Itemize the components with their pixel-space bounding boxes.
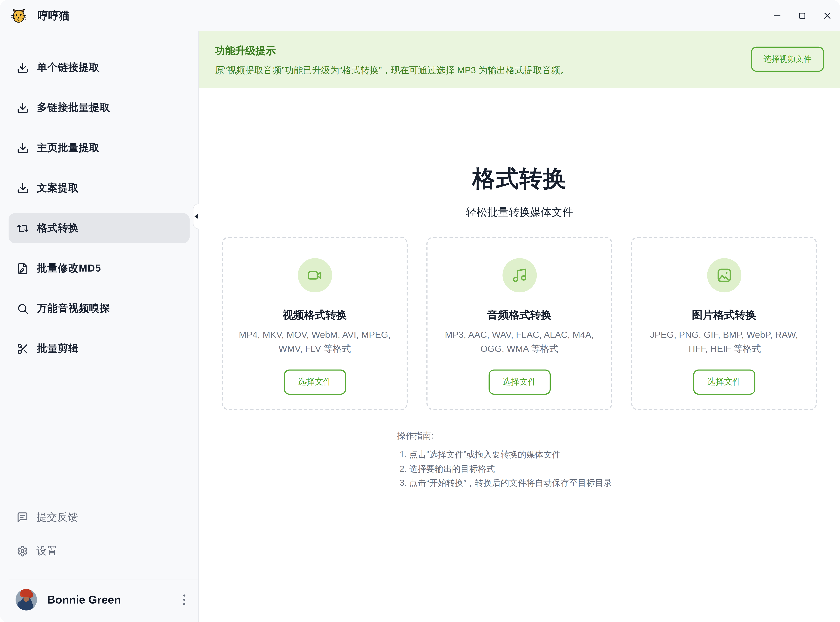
guide-title: 操作指南: [397,430,840,442]
sidebar-item-label: 提交反馈 [37,510,78,524]
download-icon [17,142,29,154]
sidebar-item-copy-extract[interactable]: 文案提取 [9,173,189,203]
minimize-button[interactable] [772,11,782,20]
body-row: 单个链接提取 多链接批量提取 主页批量提取 文案提取 格式转换 [0,31,840,622]
icon-circle [707,258,741,292]
sidebar-item-label: 文案提取 [37,181,79,195]
maximize-icon [797,11,806,20]
content: 格式转换 轻松批量转换媒体文件 视频格式转换 MP4, MKV, MOV, We… [199,88,840,622]
chevron-left-icon [194,213,198,219]
sidebar-item-format-convert[interactable]: 格式转换 [9,213,189,243]
image-convert-card[interactable]: 图片格式转换 JPEG, PNG, GIF, BMP, WebP, RAW, T… [631,237,817,410]
scissors-icon [17,343,29,355]
guide-step: 3. 点击“开始转换”，转换后的文件将自动保存至目标目录 [397,476,840,490]
card-formats: MP4, MKV, MOV, WebM, AVI, MPEG, WMV, FLV… [223,328,406,356]
icon-circle [502,258,536,292]
user-name: Bonnie Green [47,593,121,606]
repeat-icon [17,222,29,234]
minimize-icon [772,11,781,20]
page-subtitle: 轻松批量转换媒体文件 [199,205,840,220]
avatar [15,589,37,610]
banner-message: 原“视频提取音频”功能已升级为“格式转换”，现在可通过选择 MP3 为输出格式提… [215,64,733,76]
upgrade-banner: 功能升级提示 原“视频提取音频”功能已升级为“格式转换”，现在可通过选择 MP3… [199,31,840,88]
feedback-bubble-icon [17,511,28,523]
window: 哼哼猫 单个链接提取 [0,0,840,622]
sidebar-spacer [0,374,198,503]
video-icon [307,267,323,284]
sidebar-item-batch-modify-md5[interactable]: 批量修改MD5 [9,253,189,283]
close-button[interactable] [822,11,832,20]
banner-title: 功能升级提示 [215,31,733,58]
select-file-button[interactable]: 选择文件 [488,369,550,395]
sidebar-item-settings[interactable]: 设置 [9,537,189,565]
titlebar: 哼哼猫 [0,0,840,31]
sidebar-item-media-sniffer[interactable]: 万能音视频嗅探 [9,294,189,323]
maximize-button[interactable] [797,11,807,20]
select-file-button[interactable]: 选择文件 [284,369,346,395]
gear-icon [17,545,28,557]
sidebar-item-label: 万能音视频嗅探 [37,302,110,316]
window-controls [772,11,832,20]
file-pen-icon [17,262,29,274]
download-icon [17,61,29,73]
sidebar-item-single-link-extract[interactable]: 单个链接提取 [9,52,189,82]
sidebar-item-label: 格式转换 [37,221,79,235]
music-icon [512,267,527,284]
guide-step: 2. 选择要输出的目标格式 [397,462,840,476]
card-title: 音频格式转换 [428,308,611,322]
sidebar-item-label: 设置 [37,544,57,558]
sidebar-item-homepage-batch-extract[interactable]: 主页批量提取 [9,133,189,163]
sidebar-item-label: 单个链接提取 [37,61,99,75]
image-icon [716,267,732,284]
sidebar-item-label: 批量剪辑 [37,342,79,356]
main-area: 功能升级提示 原“视频提取音频”功能已升级为“格式转换”，现在可通过选择 MP3… [199,31,840,622]
user-row[interactable]: Bonnie Green [0,579,198,622]
sidebar-item-batch-clip[interactable]: 批量剪辑 [9,334,189,363]
guide-step: 1. 点击“选择文件”或拖入要转换的媒体文件 [397,448,840,462]
sidebar-item-label: 多链接批量提取 [37,101,110,115]
app-window: 哼哼猫 单个链接提取 [0,0,840,622]
icon-circle [298,258,332,292]
cat-logo-icon [11,8,27,24]
converter-cards: 视频格式转换 MP4, MKV, MOV, WebM, AVI, MPEG, W… [199,237,840,410]
select-video-file-button[interactable]: 选择视频文件 [751,47,824,72]
sidebar-item-label: 批量修改MD5 [37,261,101,275]
card-formats: JPEG, PNG, GIF, BMP, WebP, RAW, TIFF, HE… [632,328,816,356]
card-formats: MP3, AAC, WAV, FLAC, ALAC, M4A, OGG, WMA… [428,328,611,356]
user-menu-kebab-icon[interactable] [181,592,188,607]
operation-guide: 操作指南: 1. 点击“选择文件”或拖入要转换的媒体文件 2. 选择要输出的目标… [397,430,840,490]
sidebar-item-label: 主页批量提取 [37,141,99,155]
download-icon [17,101,29,114]
sidebar-item-multi-link-batch-extract[interactable]: 多链接批量提取 [9,93,189,123]
search-icon [17,302,29,314]
audio-convert-card[interactable]: 音频格式转换 MP3, AAC, WAV, FLAC, ALAC, M4A, O… [426,237,612,410]
page-title: 格式转换 [199,163,840,194]
sidebar: 单个链接提取 多链接批量提取 主页批量提取 文案提取 格式转换 [0,31,199,622]
sidebar-collapse-handle[interactable] [193,204,199,229]
card-title: 视频格式转换 [223,308,406,322]
app-title: 哼哼猫 [38,8,70,23]
card-title: 图片格式转换 [632,308,816,322]
video-convert-card[interactable]: 视频格式转换 MP4, MKV, MOV, WebM, AVI, MPEG, W… [222,237,408,410]
download-icon [17,182,29,194]
close-icon [823,11,832,20]
select-file-button[interactable]: 选择文件 [693,369,755,395]
sidebar-item-feedback[interactable]: 提交反馈 [9,503,189,531]
